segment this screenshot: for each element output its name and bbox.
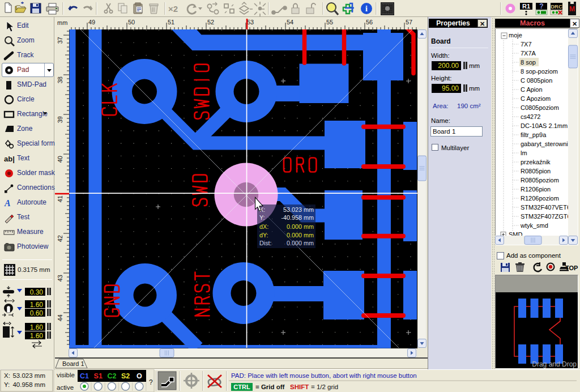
svg-text:CTRL: CTRL <box>233 384 250 390</box>
svg-text:53: 53 <box>247 19 254 25</box>
svg-text:C 0805pion: C 0805pion <box>521 77 552 84</box>
svg-text:gabaryt_sterownik: gabaryt_sterownik <box>521 140 572 147</box>
svg-text:visible: visible <box>57 372 75 378</box>
svg-text:?: ? <box>539 2 543 10</box>
svg-text:43: 43 <box>57 275 63 282</box>
svg-text:54: 54 <box>287 19 293 25</box>
svg-text:C Apoziom: C Apoziom <box>521 95 551 102</box>
svg-text:-40.958: -40.958 <box>281 214 302 221</box>
svg-text:55: 55 <box>326 19 333 25</box>
svg-text:7X7A: 7X7A <box>521 50 536 57</box>
svg-text:dY:: dY: <box>259 232 268 238</box>
svg-text:mm: mm <box>304 232 314 238</box>
svg-text:0.000: 0.000 <box>287 240 302 246</box>
svg-text:?: ? <box>149 378 153 386</box>
svg-text:39: 39 <box>57 116 63 123</box>
svg-text:53.023 mm: 53.023 mm <box>12 372 45 379</box>
svg-text:PAD: Place with left mouse bu: PAD: Place with left mouse button, abort… <box>231 372 417 379</box>
svg-text:Y:: Y: <box>259 214 265 221</box>
svg-text:R0805poziom: R0805poziom <box>521 177 559 184</box>
svg-text:SHIFT: SHIFT <box>290 384 309 390</box>
svg-text:A: A <box>4 198 11 208</box>
svg-text:S1: S1 <box>94 372 103 380</box>
svg-text:38: 38 <box>57 76 63 83</box>
svg-text:56: 56 <box>366 19 373 25</box>
svg-text:X:: X: <box>4 372 10 379</box>
svg-text:R1: R1 <box>522 3 530 10</box>
svg-text:Board 1: Board 1 <box>62 360 84 367</box>
svg-text:0.000: 0.000 <box>287 232 302 238</box>
svg-text:Drag and Drop: Drag and Drop <box>532 360 577 368</box>
svg-text:S2: S2 <box>121 372 130 380</box>
svg-text:STM32F407VET6: STM32F407VET6 <box>521 204 570 211</box>
svg-text:C Apion: C Apion <box>521 86 543 93</box>
svg-text:TOP: TOP <box>565 265 578 271</box>
svg-text:STM32F407ZGT6: STM32F407ZGT6 <box>521 213 571 220</box>
svg-text:52: 52 <box>207 19 214 25</box>
svg-text:×2: ×2 <box>168 4 178 14</box>
svg-text:mm: mm <box>57 19 67 26</box>
svg-text:42: 42 <box>57 235 63 242</box>
svg-text:i: i <box>365 5 368 13</box>
svg-text:40.958 mm: 40.958 mm <box>12 381 45 388</box>
svg-text:ab|: ab| <box>4 155 15 163</box>
svg-text:51: 51 <box>168 19 174 25</box>
svg-text:= 1/2 grid: = 1/2 grid <box>311 384 338 390</box>
svg-text:Dist:: Dist: <box>259 240 272 246</box>
svg-text:M: M <box>569 5 575 13</box>
svg-text:DRC: DRC <box>551 3 562 10</box>
svg-text:R1206pion: R1206pion <box>521 186 551 193</box>
svg-text:8 sop-poziom: 8 sop-poziom <box>521 68 558 75</box>
svg-text:O: O <box>137 372 142 380</box>
svg-text:53.023: 53.023 <box>283 206 302 213</box>
svg-text:50: 50 <box>128 19 135 25</box>
svg-text:8 sop: 8 sop <box>521 59 536 66</box>
svg-text:filtr_pp9a: filtr_pp9a <box>521 131 547 138</box>
svg-text:cs4272: cs4272 <box>521 113 540 120</box>
svg-text:C0805poziom: C0805poziom <box>521 104 559 111</box>
svg-text:7X7: 7X7 <box>521 41 532 48</box>
svg-text:mm: mm <box>304 206 314 213</box>
svg-text:40: 40 <box>57 156 63 163</box>
svg-text:przekaźnik: przekaźnik <box>521 159 551 165</box>
svg-text:dX:: dX: <box>259 223 268 230</box>
svg-text:moje: moje <box>509 32 522 39</box>
svg-text:= Grid off: = Grid off <box>255 384 285 390</box>
svg-text:mm: mm <box>304 223 314 230</box>
svg-text:R1206poziom: R1206poziom <box>521 195 559 202</box>
svg-text:41: 41 <box>57 195 63 202</box>
svg-text:44: 44 <box>57 314 63 321</box>
svg-text:active: active <box>57 384 74 391</box>
svg-text:DC-10AS 2.1mm Pi: DC-10AS 2.1mm Pi <box>521 122 575 129</box>
svg-text:0.000: 0.000 <box>287 223 302 230</box>
svg-text:lm: lm <box>521 150 527 156</box>
svg-text:37: 37 <box>57 37 63 44</box>
svg-text:57: 57 <box>406 19 412 25</box>
svg-text:C1: C1 <box>80 372 89 380</box>
svg-text:Y:: Y: <box>4 381 10 388</box>
svg-text:wtyk_smd: wtyk_smd <box>520 222 548 229</box>
svg-text:R0805pion: R0805pion <box>521 168 551 174</box>
svg-text:49: 49 <box>88 19 95 25</box>
svg-text:mm: mm <box>304 240 314 246</box>
svg-text:mm: mm <box>304 214 314 221</box>
svg-text:C2: C2 <box>107 372 116 380</box>
